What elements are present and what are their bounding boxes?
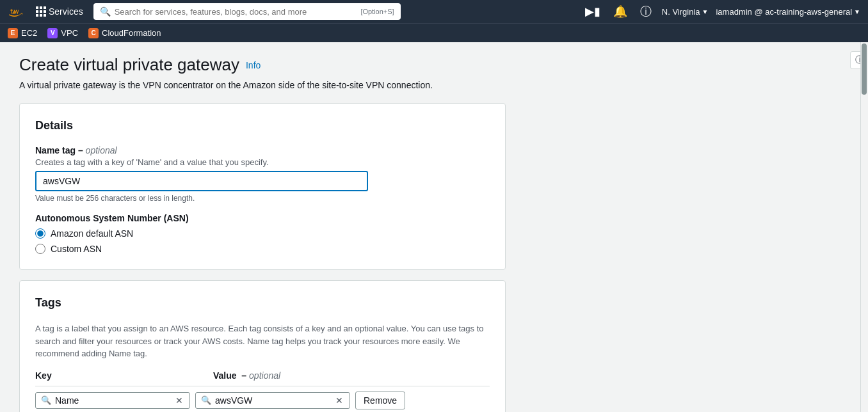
search-icon: 🔍 bbox=[100, 6, 111, 17]
tag-value-input[interactable] bbox=[215, 395, 330, 406]
asn-custom-option[interactable]: Custom ASN bbox=[35, 244, 490, 254]
top-nav: Services 🔍 [Option+S] ▶▮ 🔔 ⓘ N. Virginia… bbox=[0, 0, 868, 23]
services-label: Services bbox=[49, 6, 83, 17]
shortcut-vpc-label: VPC bbox=[61, 28, 78, 38]
tag-value-clear-button[interactable]: ✕ bbox=[334, 395, 344, 406]
name-tag-hint: Creates a tag with a key of 'Name' and a… bbox=[35, 157, 490, 167]
shortcut-cloudformation[interactable]: C CloudFormation bbox=[88, 28, 161, 38]
remove-tag-button[interactable]: Remove bbox=[355, 392, 405, 409]
search-shortcut: [Option+S] bbox=[360, 8, 394, 15]
tags-col-key-header: Key bbox=[35, 370, 208, 381]
search-input[interactable] bbox=[115, 7, 361, 17]
main-content: Create virtual private gateway Info A vi… bbox=[0, 42, 832, 412]
table-row: 🔍 ✕ 🔍 ✕ Remove bbox=[35, 392, 490, 409]
search-bar[interactable]: 🔍 [Option+S] bbox=[93, 3, 401, 20]
tags-card-title: Tags bbox=[35, 296, 490, 310]
tags-col-value-header: Value – optional bbox=[213, 370, 367, 381]
aws-logo[interactable] bbox=[8, 6, 26, 17]
name-tag-field: Name tag – optional Creates a tag with a… bbox=[35, 145, 490, 203]
shortcuts-bar: E EC2 V VPC C CloudFormation bbox=[0, 23, 868, 42]
help-icon[interactable]: ⓘ bbox=[638, 1, 654, 22]
tag-key-input[interactable] bbox=[55, 395, 170, 406]
tags-description: A tag is a label that you assign to an A… bbox=[35, 322, 490, 360]
name-tag-input[interactable] bbox=[35, 171, 368, 191]
name-tag-constraint: Value must be 256 characters or less in … bbox=[35, 194, 490, 203]
region-label: N. Virginia bbox=[662, 7, 700, 17]
tag-key-clear-button[interactable]: ✕ bbox=[174, 395, 184, 406]
asn-label: Autonomous System Number (ASN) bbox=[35, 213, 490, 223]
tags-card: Tags A tag is a label that you assign to… bbox=[19, 280, 506, 412]
grid-icon bbox=[36, 6, 46, 17]
bell-icon[interactable]: 🔔 bbox=[611, 2, 630, 21]
page-title-row: Create virtual private gateway Info bbox=[19, 55, 813, 75]
cloudformation-icon: C bbox=[88, 28, 99, 38]
asn-amazon-default-radio[interactable] bbox=[35, 228, 45, 239]
info-link[interactable]: Info bbox=[246, 60, 261, 70]
chevron-down-icon: ▼ bbox=[702, 8, 709, 15]
page-title: Create virtual private gateway bbox=[19, 55, 239, 75]
ec2-icon: E bbox=[8, 28, 18, 38]
scrollbar-track[interactable] bbox=[860, 42, 868, 412]
name-tag-label: Name tag – optional bbox=[35, 145, 490, 155]
tag-value-wrapper: 🔍 ✕ bbox=[195, 392, 350, 409]
page-subtitle: A virtual private gateway is the VPN con… bbox=[19, 80, 813, 90]
chevron-down-icon-2: ▼ bbox=[854, 8, 860, 15]
account-selector[interactable]: iamadmin @ ac-training-aws-general ▼ bbox=[716, 7, 860, 17]
asn-custom-radio[interactable] bbox=[35, 244, 45, 254]
shortcut-ec2[interactable]: E EC2 bbox=[8, 28, 37, 38]
account-label: iamadmin @ ac-training-aws-general bbox=[716, 7, 852, 17]
asn-custom-label: Custom ASN bbox=[51, 244, 102, 254]
region-selector[interactable]: N. Virginia ▼ bbox=[662, 7, 709, 17]
tag-key-wrapper: 🔍 ✕ bbox=[35, 392, 190, 409]
scrollbar-thumb[interactable] bbox=[862, 44, 867, 95]
details-card: Details Name tag – optional Creates a ta… bbox=[19, 103, 506, 270]
tags-header: Key Value – optional bbox=[35, 370, 490, 386]
shortcut-cf-label: CloudFormation bbox=[102, 28, 161, 38]
asn-amazon-default-option[interactable]: Amazon default ASN bbox=[35, 228, 490, 239]
shortcut-ec2-label: EC2 bbox=[21, 28, 37, 38]
asn-section: Autonomous System Number (ASN) Amazon de… bbox=[35, 213, 490, 254]
services-button[interactable]: Services bbox=[31, 4, 88, 19]
tag-value-search-icon: 🔍 bbox=[201, 395, 211, 405]
terminal-icon[interactable]: ▶▮ bbox=[583, 2, 603, 21]
vpc-icon: V bbox=[47, 28, 58, 38]
details-card-title: Details bbox=[35, 119, 490, 132]
nav-right: ▶▮ 🔔 ⓘ N. Virginia ▼ iamadmin @ ac-train… bbox=[583, 1, 860, 22]
asn-amazon-default-label: Amazon default ASN bbox=[51, 228, 133, 239]
tag-key-search-icon: 🔍 bbox=[41, 395, 51, 405]
shortcut-vpc[interactable]: V VPC bbox=[47, 28, 78, 38]
asn-radio-group: Amazon default ASN Custom ASN bbox=[35, 228, 490, 254]
